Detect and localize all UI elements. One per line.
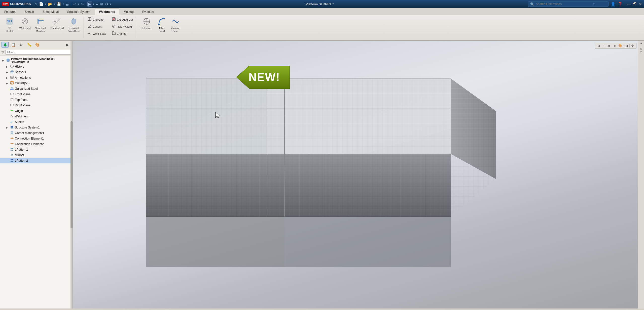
expand-panel-btn[interactable]: ▶: [64, 42, 71, 48]
undo-btn[interactable]: ↩: [73, 2, 77, 6]
dropdown-select[interactable]: ▼: [93, 3, 95, 5]
tree-item-connection-element2[interactable]: ▶ Connection Element2: [0, 141, 73, 147]
extruded-boss-button[interactable]: ExtrudedBoss/Base: [66, 16, 82, 39]
dim-expert-btn[interactable]: 📏: [26, 42, 33, 48]
feature-tree-btn[interactable]: 🌲: [2, 42, 9, 48]
view-orientation-btn[interactable]: ⬚: [601, 43, 606, 48]
end-cap-button[interactable]: End Cap: [86, 16, 108, 23]
dropdown-save[interactable]: ▼: [62, 3, 64, 5]
tree-item-top-plane[interactable]: ▶ Top Plane: [0, 97, 73, 103]
tab-markup[interactable]: Markup: [119, 9, 138, 15]
svg-point-27: [11, 71, 13, 73]
tree-item-mirror1[interactable]: ▶ Mirror1: [0, 152, 73, 158]
dropdown-settings[interactable]: ▼: [110, 3, 112, 5]
tree-scrollbar[interactable]: [70, 41, 73, 308]
tree-item-connection-element1[interactable]: ▶ Connection Element1: [0, 136, 73, 141]
dropdown-new[interactable]: ▼: [45, 3, 47, 5]
tree-item-annotations[interactable]: ▶ Annotations: [0, 75, 73, 80]
redo-btn[interactable]: ↪: [80, 2, 85, 6]
home-btn[interactable]: ⌂: [34, 2, 38, 7]
view-settings-btn[interactable]: ⚙: [630, 43, 635, 48]
tab-sketch[interactable]: Sketch: [20, 9, 38, 15]
settings-btn[interactable]: ⚙: [104, 2, 109, 6]
right-panel-toggle[interactable]: ◀ ⊟ ⬡: [638, 41, 644, 308]
right-panel-expand-btn[interactable]: ◀: [640, 42, 642, 45]
trim-extend-button[interactable]: Trim/Extend: [49, 16, 66, 39]
tree-root[interactable]: ▶ Platform (Default<As Machined>) <<Defa…: [0, 57, 73, 64]
svg-rect-40: [11, 104, 13, 106]
tree-item-lpattern1[interactable]: ▶ LPattern1: [0, 147, 73, 152]
config-manager-btn[interactable]: ⚙: [18, 42, 25, 48]
filter-icon: ▽: [2, 50, 4, 54]
svg-point-22: [158, 24, 160, 25]
weld-bead-button[interactable]: Weld Bead: [86, 30, 108, 37]
svg-text:NEW!: NEW!: [248, 71, 280, 83]
snap-btn[interactable]: ⬥: [95, 2, 99, 6]
help-btn[interactable]: ❓: [618, 2, 623, 7]
gusset-button[interactable]: Gusset: [86, 23, 108, 30]
tab-weldments[interactable]: Weldments: [95, 9, 119, 15]
tab-structure-system[interactable]: Structure System: [63, 9, 95, 15]
search-commands-input[interactable]: [536, 2, 591, 6]
3d-viewport[interactable]: NEW! ⊡ ⬚ ◉ ◈ 🎨 ⊟ ⚙ ◀ ⊟ ⬡: [73, 41, 644, 308]
minimize-btn[interactable]: —: [627, 2, 631, 6]
close-btn[interactable]: ✕: [639, 2, 642, 7]
tree-item-sketch1[interactable]: ▶ Sketch1: [0, 119, 73, 125]
section-view-btn[interactable]: ⊟: [624, 43, 629, 48]
groove-bead-button[interactable]: GrooveBead: [169, 16, 182, 39]
tab-sheet-metal[interactable]: Sheet Metal: [38, 9, 63, 15]
restore-btn[interactable]: 🗗: [633, 2, 637, 6]
open-btn[interactable]: 📂: [47, 2, 53, 6]
dropdown-open[interactable]: ▼: [53, 3, 55, 5]
solidworks-logo[interactable]: SW SOLIDWORKS: [2, 2, 31, 6]
save-btn[interactable]: 💾: [56, 2, 62, 6]
new-btn[interactable]: 📄: [38, 2, 44, 6]
viewport-display-toolbar: ⊡ ⬚ ◉ ◈ 🎨 ⊟ ⚙: [595, 43, 636, 49]
structural-member-button[interactable]: StructuralMember: [33, 16, 48, 39]
view-btn[interactable]: ⊞: [99, 2, 104, 6]
svg-rect-58: [11, 148, 12, 149]
zoom-extents-btn[interactable]: ⊡: [596, 43, 601, 48]
display-manager-btn[interactable]: 🎨: [34, 42, 41, 48]
print-btn[interactable]: 🖨: [65, 2, 70, 6]
search-dropdown-btn[interactable]: ▼: [593, 3, 595, 6]
tree-item-front-plane[interactable]: ▶ Front Plane: [0, 92, 73, 97]
tree-filter-input[interactable]: [5, 50, 71, 55]
tree-item-cut-list[interactable]: ▶ Cut list(56): [0, 80, 73, 86]
svg-rect-67: [11, 161, 12, 162]
tree-item-corner-management1[interactable]: ▶ Corner Management1: [0, 130, 73, 136]
svg-line-45: [11, 122, 11, 123]
svg-marker-12: [88, 25, 91, 28]
display-style-btn[interactable]: ◉: [607, 43, 611, 48]
tab-features[interactable]: Features: [0, 9, 20, 15]
svg-marker-63: [11, 154, 12, 156]
property-manager-btn[interactable]: 📋: [10, 42, 17, 48]
tree-item-structure-system1[interactable]: ▶ Structure System1: [0, 125, 73, 130]
tree-item-sensors[interactable]: ▶ Sensors: [0, 69, 73, 75]
tree-item-weldment[interactable]: ▶ Weldment: [0, 114, 73, 119]
reference-button[interactable]: Referenc...: [139, 16, 155, 39]
svg-rect-59: [12, 148, 13, 149]
tree-item-lpattern2[interactable]: ▶ LPattern2: [0, 158, 73, 163]
tree-item-origin[interactable]: ▶ Origin: [0, 108, 73, 114]
svg-marker-9: [72, 18, 76, 24]
select-btn[interactable]: ▶: [87, 2, 92, 7]
weldment-button[interactable]: Weldment: [18, 16, 32, 39]
extruded-cut-button[interactable]: Extruded Cut: [110, 16, 135, 23]
tree-item-history[interactable]: ▶ History: [0, 64, 73, 69]
appearance-btn[interactable]: 🎨: [617, 43, 623, 48]
dropdown-undo[interactable]: ▼: [78, 3, 80, 5]
tree-item-right-plane[interactable]: ▶ Right Plane: [0, 103, 73, 108]
3d-sketch-button[interactable]: 3D 3DSketch: [2, 16, 17, 39]
hide-show-btn[interactable]: ◈: [613, 43, 617, 48]
tab-evaluate[interactable]: Evaluate: [138, 9, 158, 15]
user-btn[interactable]: 👤: [611, 2, 616, 7]
svg-point-17: [113, 26, 114, 27]
svg-rect-68: [12, 161, 13, 162]
svg-rect-61: [12, 150, 13, 151]
tree-scrollbar-thumb[interactable]: [70, 121, 73, 228]
tree-item-galvanized-steel[interactable]: ▶ Galvanized Steel: [0, 86, 73, 92]
fillet-bead-button[interactable]: FilletBead: [155, 16, 168, 39]
hole-wizard-button[interactable]: Hole Wizard: [110, 23, 135, 30]
chamfer-button[interactable]: Chamfer: [110, 30, 135, 37]
